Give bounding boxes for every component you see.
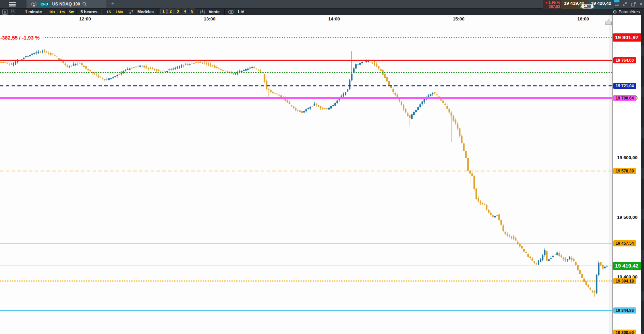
candlestick-chart[interactable] bbox=[0, 15, 612, 334]
change-absolute: 387,83 bbox=[543, 4, 560, 9]
candle-body bbox=[119, 74, 120, 75]
candle-body bbox=[484, 204, 485, 205]
candle-body bbox=[133, 67, 135, 67]
timeframe-1m-button[interactable]: 1m bbox=[58, 9, 66, 15]
candle-body bbox=[305, 109, 307, 111]
open-in-window-icon[interactable] bbox=[631, 1, 636, 7]
timeframe-10s-button[interactable]: 10s bbox=[48, 9, 57, 15]
candle-body bbox=[52, 54, 54, 54]
candle-body bbox=[257, 70, 259, 70]
layout-4-button[interactable]: 4 bbox=[182, 9, 188, 14]
candle-body bbox=[316, 104, 317, 105]
range-1mo-button[interactable]: 1Mo bbox=[114, 9, 125, 15]
candle-body bbox=[170, 69, 172, 70]
candle-body bbox=[160, 71, 162, 71]
candle-body bbox=[550, 258, 552, 259]
candle-body bbox=[529, 257, 531, 258]
price-level-label[interactable]: 19 457,54 bbox=[613, 240, 636, 246]
candle-body bbox=[222, 70, 224, 71]
price-level-label[interactable]: 19 300,50 bbox=[613, 330, 636, 334]
candle-body bbox=[334, 103, 336, 106]
instrument-tab[interactable]: 1 CFD US NDAQ 100 bbox=[27, 0, 106, 8]
layout-3-button[interactable]: 3 bbox=[175, 9, 181, 14]
layout-2-button[interactable]: 2 bbox=[167, 9, 174, 14]
current-price-label[interactable]: 19 419,42 bbox=[613, 262, 644, 270]
candle-body bbox=[567, 259, 568, 260]
price-level-label[interactable]: 19 764,00 bbox=[613, 57, 636, 63]
candle-body bbox=[137, 66, 139, 66]
candle-body bbox=[457, 124, 459, 128]
timeframe-current-button[interactable]: 1 minute bbox=[21, 9, 46, 15]
hamburger-icon bbox=[9, 2, 16, 3]
linked-button[interactable] bbox=[228, 9, 235, 15]
settings-button[interactable]: ⚙ Paramètres bbox=[613, 9, 643, 15]
linked-label[interactable]: Lié bbox=[236, 9, 246, 15]
candle-body bbox=[303, 111, 305, 112]
candle-body bbox=[392, 89, 394, 92]
candle-body bbox=[542, 256, 543, 260]
candle-body bbox=[181, 65, 182, 67]
price-level-label[interactable]: 19 721,04 bbox=[613, 83, 636, 89]
candle-body bbox=[500, 220, 502, 225]
candlestick-icon bbox=[200, 10, 205, 14]
candle-body bbox=[478, 198, 479, 201]
chart-type-label[interactable]: Vente bbox=[207, 9, 222, 15]
candle-body bbox=[328, 108, 330, 110]
layout-1-button[interactable]: 1 bbox=[160, 9, 167, 14]
candle-body bbox=[44, 51, 45, 51]
candle-body bbox=[378, 66, 380, 69]
right-dock-strip bbox=[641, 15, 644, 334]
candle-body bbox=[519, 244, 521, 246]
candle-body bbox=[108, 78, 110, 80]
candle-body bbox=[141, 66, 143, 66]
down-triangle-icon bbox=[545, 2, 548, 4]
candle-body bbox=[102, 78, 104, 79]
models-button[interactable] bbox=[128, 9, 134, 15]
collapse-window-icon[interactable] bbox=[622, 1, 628, 7]
candle-body bbox=[27, 57, 29, 57]
main-menu-button[interactable] bbox=[0, 0, 26, 8]
price-level-label[interactable]: 19 801,97 bbox=[613, 33, 644, 42]
candle-body bbox=[602, 265, 604, 269]
price-level-label[interactable]: 19 344,86 bbox=[613, 307, 636, 314]
candle-body bbox=[0, 62, 2, 63]
range-1s-button[interactable]: 1S bbox=[104, 9, 113, 15]
candle-body bbox=[185, 65, 186, 65]
candle-body bbox=[320, 106, 321, 109]
panel-list-button[interactable] bbox=[1, 9, 8, 15]
candle-body bbox=[585, 281, 587, 285]
candle-body bbox=[183, 65, 184, 66]
layout-grid-button[interactable] bbox=[10, 9, 17, 15]
candle-body bbox=[438, 96, 440, 97]
layout-thumbnail-widget[interactable] bbox=[614, 0, 619, 7]
price-level-label[interactable]: 19 394,18 bbox=[613, 278, 636, 284]
candle-body bbox=[131, 68, 133, 69]
candle-body bbox=[71, 66, 73, 66]
candle-body bbox=[297, 110, 299, 110]
candle-body bbox=[276, 94, 278, 94]
chart-type-button[interactable] bbox=[199, 9, 206, 15]
instrument-name: US NDAQ 100 bbox=[52, 2, 80, 6]
candle-body bbox=[255, 69, 257, 69]
candle-body bbox=[581, 274, 583, 278]
candle-body bbox=[33, 53, 35, 54]
new-tab-button[interactable]: + bbox=[108, 0, 117, 8]
close-window-icon[interactable]: ✕ bbox=[638, 1, 644, 7]
candle-body bbox=[343, 94, 344, 96]
candle-body bbox=[357, 64, 359, 65]
price-level-label[interactable]: 19 700,64 bbox=[613, 95, 636, 101]
search-icon[interactable] bbox=[82, 2, 87, 6]
timeframe-5m-button[interactable]: 5m bbox=[68, 9, 76, 15]
candle-body bbox=[565, 258, 566, 260]
price-level-label[interactable]: 19 578,39 bbox=[613, 168, 636, 174]
models-label[interactable]: Modèles bbox=[136, 9, 155, 15]
candle-body bbox=[64, 64, 66, 65]
candle-body bbox=[471, 173, 473, 176]
candle-body bbox=[480, 201, 481, 203]
duration-button[interactable]: 5 heures bbox=[78, 9, 100, 15]
candle-body bbox=[474, 176, 475, 189]
candle-body bbox=[349, 80, 350, 89]
layout-5-button[interactable]: 5 bbox=[189, 9, 195, 14]
candle-body bbox=[326, 108, 328, 109]
candle-body bbox=[488, 210, 490, 212]
